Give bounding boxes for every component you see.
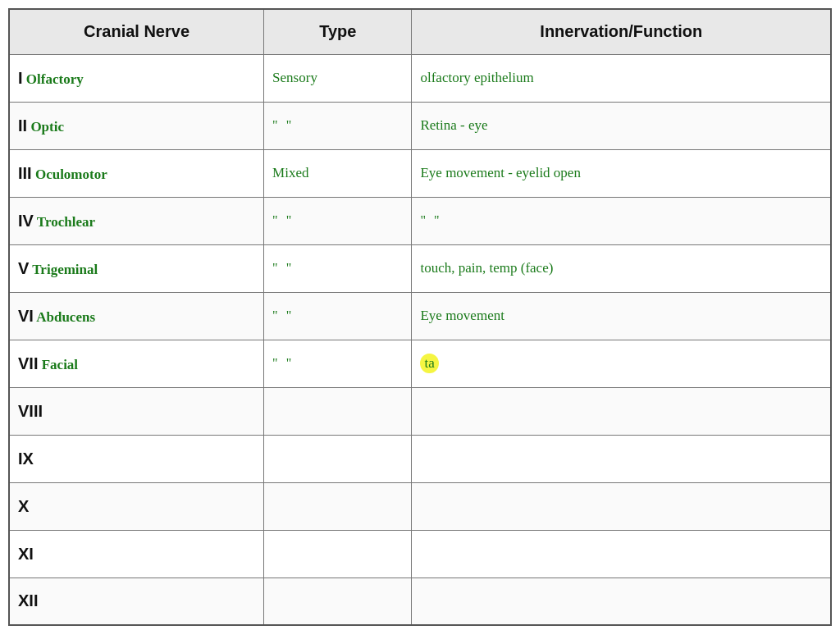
nerve-numeral: II <box>18 116 27 135</box>
ditto-marks: " " <box>272 118 294 132</box>
type-cell: " " <box>264 292 412 340</box>
page-container: Cranial Nerve Type Innervation/Function … <box>0 0 840 630</box>
nerve-numeral: III <box>18 164 32 182</box>
header-innervation-function: Innervation/Function <box>412 9 831 54</box>
nerve-numeral: XII <box>18 591 38 609</box>
function-cell <box>412 387 831 435</box>
type-cell <box>264 387 412 435</box>
function-cell: Eye movement <box>412 292 831 340</box>
nerve-numeral: IX <box>18 450 34 468</box>
nerve-cell: I Olfactory <box>9 54 264 102</box>
nerve-name: Abducens <box>34 309 95 325</box>
type-cell <box>264 578 412 625</box>
table-row: XII <box>9 578 831 625</box>
type-cell: Mixed <box>264 149 412 197</box>
table-row: V Trigeminal" "touch, pain, temp (face) <box>9 244 831 292</box>
type-cell: " " <box>264 197 412 244</box>
nerve-cell: VI Abducens <box>9 292 264 340</box>
table-row: X <box>9 482 831 530</box>
table-header-row: Cranial Nerve Type Innervation/Function <box>9 9 831 54</box>
type-text: Sensory <box>272 70 317 85</box>
table-row: II Optic" "Retina - eye <box>9 102 831 149</box>
nerve-numeral: VI <box>18 307 34 325</box>
nerve-cell: XII <box>9 578 264 625</box>
type-cell <box>264 482 412 530</box>
function-text: Eye movement <box>420 308 504 323</box>
nerve-cell: II Optic <box>9 102 264 149</box>
function-text: Retina - eye <box>420 117 487 133</box>
nerve-numeral: X <box>18 497 29 515</box>
function-cell: Eye movement - eyelid open <box>412 149 831 197</box>
nerve-numeral: V <box>18 259 29 277</box>
nerve-cell: V Trigeminal <box>9 244 264 292</box>
nerve-numeral: VII <box>18 354 38 372</box>
nerve-name: Trigeminal <box>29 262 98 277</box>
nerve-cell: VIII <box>9 387 264 435</box>
cranial-nerves-table: Cranial Nerve Type Innervation/Function … <box>8 8 832 626</box>
ditto-marks-function: " " <box>420 213 441 227</box>
nerve-cell: XI <box>9 530 264 578</box>
function-cell: " " <box>412 197 831 244</box>
table-row: IV Trochlear" "" " <box>9 197 831 244</box>
function-cell: olfactory epithelium <box>412 54 831 102</box>
function-text: Eye movement - eyelid open <box>420 165 580 180</box>
function-cell <box>412 578 831 625</box>
ditto-marks: " " <box>272 356 294 370</box>
table-row: VIII <box>9 387 831 435</box>
function-cell: ta <box>412 340 831 387</box>
type-text: Mixed <box>272 165 308 180</box>
type-cell <box>264 435 412 482</box>
header-cranial-nerve: Cranial Nerve <box>9 9 264 54</box>
ditto-marks: " " <box>272 261 294 275</box>
function-cell <box>412 530 831 578</box>
table-row: IX <box>9 435 831 482</box>
type-cell: Sensory <box>264 54 412 102</box>
nerve-cell: IX <box>9 435 264 482</box>
function-cell: touch, pain, temp (face) <box>412 244 831 292</box>
function-cell <box>412 482 831 530</box>
table-row: VII Facial" "ta <box>9 340 831 387</box>
nerve-name: Optic <box>27 119 64 135</box>
function-cell: Retina - eye <box>412 102 831 149</box>
function-cell <box>412 435 831 482</box>
yellow-highlight: ta <box>420 354 438 373</box>
nerve-cell: IV Trochlear <box>9 197 264 244</box>
ditto-marks: " " <box>272 308 294 322</box>
nerve-name: Facial <box>38 357 78 372</box>
header-type: Type <box>264 9 412 54</box>
nerve-cell: X <box>9 482 264 530</box>
table-row: VI Abducens" "Eye movement <box>9 292 831 340</box>
type-cell: " " <box>264 244 412 292</box>
nerve-name: Olfactory <box>23 71 84 87</box>
type-cell: " " <box>264 102 412 149</box>
nerve-cell: III Oculomotor <box>9 149 264 197</box>
table-row: III OculomotorMixedEye movement - eyelid… <box>9 149 831 197</box>
nerve-cell: VII Facial <box>9 340 264 387</box>
table-row: I OlfactorySensoryolfactory epithelium <box>9 54 831 102</box>
nerve-numeral: VIII <box>18 402 43 420</box>
nerve-numeral: XI <box>18 545 34 563</box>
nerve-numeral: IV <box>18 212 34 230</box>
nerve-name: Oculomotor <box>32 167 107 182</box>
function-text: touch, pain, temp (face) <box>420 260 553 276</box>
type-cell <box>264 530 412 578</box>
function-text: olfactory epithelium <box>420 70 533 85</box>
table-body: I OlfactorySensoryolfactory epitheliumII… <box>9 54 831 625</box>
nerve-name: Trochlear <box>34 214 95 230</box>
type-cell: " " <box>264 340 412 387</box>
ditto-marks: " " <box>272 213 294 227</box>
table-row: XI <box>9 530 831 578</box>
